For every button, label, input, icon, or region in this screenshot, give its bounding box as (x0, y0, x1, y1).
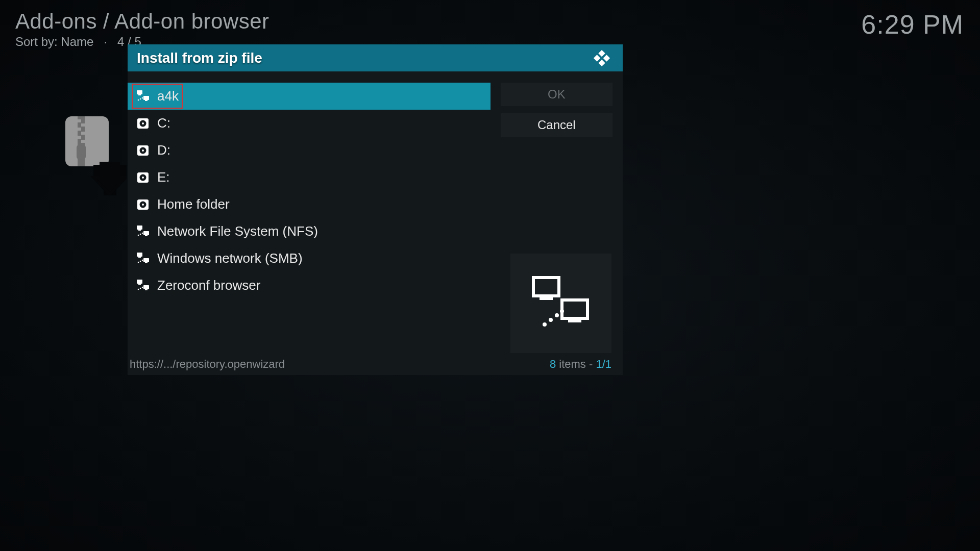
footer-count: 8 items - 1/1 (550, 358, 611, 371)
svg-rect-11 (594, 55, 600, 61)
svg-rect-2 (78, 119, 81, 122)
svg-rect-8 (77, 145, 86, 159)
dialog-footer: https://.../repository.openwizard 8 item… (130, 358, 611, 371)
drive-icon (137, 171, 149, 184)
zip-folder-icon (65, 116, 127, 195)
svg-rect-5 (81, 132, 85, 135)
drive-icon (137, 144, 149, 157)
breadcrumb: Add-ons / Add-on browser (15, 9, 270, 34)
footer-count-number: 8 (550, 358, 556, 370)
install-zip-dialog: Install from zip file a4k (128, 44, 623, 375)
svg-rect-0 (65, 116, 109, 166)
svg-point-37 (140, 233, 141, 235)
svg-point-36 (138, 234, 139, 236)
file-list: a4k C: D: E: (128, 83, 491, 352)
network-icon (137, 280, 149, 292)
svg-rect-35 (145, 235, 148, 236)
svg-rect-39 (137, 253, 142, 257)
svg-rect-6 (78, 136, 81, 139)
file-row-label: a4k (157, 88, 179, 104)
footer-page: 1/1 (596, 358, 611, 370)
svg-rect-32 (137, 226, 142, 230)
file-row-label: C: (157, 115, 170, 131)
svg-point-60 (560, 309, 564, 313)
file-row-smb[interactable]: Windows network (SMB) (128, 245, 491, 272)
svg-rect-33 (138, 230, 141, 231)
file-row-d[interactable]: D: (128, 137, 491, 164)
svg-rect-7 (81, 140, 85, 143)
svg-point-51 (140, 287, 141, 289)
file-row-label: Windows network (SMB) (157, 251, 303, 266)
svg-rect-47 (138, 284, 141, 285)
svg-point-52 (142, 286, 143, 288)
svg-rect-48 (143, 285, 149, 289)
svg-rect-4 (78, 128, 81, 131)
svg-rect-15 (143, 96, 149, 100)
preview-thumbnail (510, 254, 611, 353)
svg-rect-16 (145, 100, 148, 101)
svg-rect-12 (598, 59, 605, 66)
svg-point-18 (140, 98, 141, 99)
svg-rect-10 (603, 55, 610, 61)
clock: 6:29 PM (861, 9, 964, 40)
svg-point-25 (142, 149, 144, 152)
svg-point-31 (142, 204, 144, 206)
svg-rect-54 (540, 296, 553, 300)
kodi-logo-icon (592, 48, 611, 68)
svg-rect-55 (562, 300, 587, 318)
file-row-label: Network File System (NFS) (157, 223, 318, 239)
file-row-a4k[interactable]: a4k (128, 83, 491, 110)
network-icon (137, 226, 149, 238)
svg-rect-3 (81, 123, 85, 127)
svg-rect-13 (137, 90, 142, 94)
svg-rect-49 (145, 289, 148, 290)
svg-rect-46 (137, 280, 142, 284)
cancel-button[interactable]: Cancel (501, 113, 612, 137)
footer-items-label: items - (556, 358, 596, 370)
file-row-label: D: (157, 142, 170, 158)
network-icon (137, 253, 149, 265)
sort-label: Sort by: Name (15, 35, 93, 48)
svg-rect-14 (138, 94, 141, 95)
file-row-label: Zeroconf browser (157, 278, 260, 293)
svg-rect-56 (568, 318, 581, 322)
file-row-nfs[interactable]: Network File System (NFS) (128, 218, 491, 245)
svg-point-22 (142, 122, 144, 124)
footer-path: https://.../repository.openwizard (130, 358, 285, 371)
dialog-title: Install from zip file (137, 50, 262, 66)
file-row-zeroconf[interactable]: Zeroconf browser (128, 272, 491, 299)
file-row-e[interactable]: E: (128, 164, 491, 191)
svg-point-17 (138, 99, 139, 101)
svg-point-43 (138, 261, 139, 263)
svg-point-38 (142, 232, 143, 234)
drive-icon (137, 117, 149, 130)
svg-rect-40 (138, 257, 141, 258)
file-row-label: Home folder (157, 196, 230, 212)
svg-point-45 (142, 259, 143, 261)
svg-point-50 (138, 288, 139, 290)
svg-point-59 (555, 313, 559, 317)
ok-button[interactable]: OK (501, 83, 612, 106)
svg-rect-41 (143, 258, 149, 262)
svg-rect-53 (533, 278, 559, 296)
dialog-header: Install from zip file (128, 44, 623, 71)
svg-point-57 (543, 322, 547, 327)
file-row-c[interactable]: C: (128, 110, 491, 137)
svg-point-58 (549, 318, 553, 322)
file-row-label: E: (157, 169, 170, 185)
sort-separator: · (97, 35, 114, 48)
svg-point-44 (140, 260, 141, 262)
drive-icon (137, 198, 149, 211)
svg-rect-42 (145, 262, 148, 263)
svg-point-19 (142, 97, 143, 98)
svg-point-28 (142, 177, 144, 179)
header: Add-ons / Add-on browser Sort by: Name ·… (15, 9, 270, 49)
network-icon (137, 90, 149, 103)
svg-rect-9 (598, 49, 605, 56)
file-row-home[interactable]: Home folder (128, 191, 491, 218)
svg-rect-34 (143, 231, 149, 235)
